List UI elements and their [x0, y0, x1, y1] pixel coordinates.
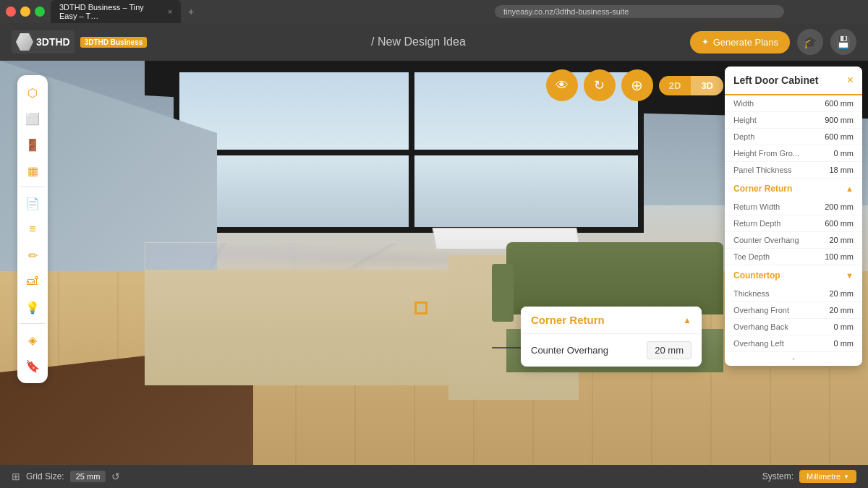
- save-icon: 💾: [836, 35, 851, 49]
- toolbar-window-btn[interactable]: ▦: [21, 159, 44, 182]
- system-value: Millimetre: [807, 472, 841, 481]
- return-width-label: Return Width: [733, 202, 780, 211]
- rotate-view-btn[interactable]: ↻: [584, 69, 616, 101]
- app-header: 3DTHD 3DTHD Business / New Design Idea G…: [0, 23, 868, 61]
- corner-popup-body: Counter Overhang 20 mm: [521, 334, 702, 367]
- sofa-back: [506, 242, 723, 314]
- layers-icon: ⬡: [27, 86, 38, 100]
- width-label: Width: [733, 99, 754, 108]
- edit-icon: ✏: [28, 249, 38, 262]
- toolbar-material-btn[interactable]: ◈: [21, 328, 44, 351]
- overhang-back-row: Overhang Back 0 mm: [725, 319, 862, 335]
- corner-popup-title: Corner Return: [531, 314, 605, 326]
- system-dropdown[interactable]: Millimetre: [799, 470, 856, 483]
- width-value: 600 mm: [825, 99, 854, 108]
- 2d-view-btn[interactable]: 2D: [659, 76, 692, 95]
- counter-overhang-panel-value: 20 mm: [829, 236, 854, 244]
- window-mullion-horizontal: [179, 150, 638, 155]
- overhang-left-row: Overhang Left 0 mm: [725, 335, 862, 352]
- panel-icon: 📄: [25, 197, 40, 210]
- grid-size-value[interactable]: 25 mm: [70, 471, 106, 482]
- countertop-section-arrow: ▼: [846, 271, 854, 280]
- bottom-bar: ⊞ Grid Size: 25 mm ↺ System: Millimetre: [0, 465, 868, 488]
- 2d-3d-toggle[interactable]: 2D 3D: [659, 76, 723, 95]
- counter-overhang-value[interactable]: 20 mm: [647, 341, 692, 359]
- close-window-btn[interactable]: [6, 7, 16, 17]
- height-label: Height: [733, 116, 757, 124]
- overhang-left-value: 0 mm: [834, 339, 854, 348]
- counter-overhang-row: Counter Overhang 20 mm: [725, 232, 862, 249]
- toolbar-light-btn[interactable]: 💡: [21, 296, 44, 319]
- overhang-front-label: Overhang Front: [733, 306, 789, 314]
- window-icon: ▦: [27, 164, 38, 178]
- height-row: Height 900 mm: [725, 112, 862, 129]
- address-bar[interactable]: tinyeasy.co.nz/3dthd-business-suite: [495, 5, 784, 18]
- corner-return-section-header[interactable]: Corner Return ▲: [725, 179, 862, 199]
- panel-close-btn[interactable]: ×: [847, 74, 854, 87]
- toolbar-door-btn[interactable]: 🚪: [21, 133, 44, 156]
- minimize-window-btn[interactable]: [20, 7, 30, 17]
- active-tab[interactable]: 3DTHD Business – Tiny Easy – T… ×: [51, 0, 181, 23]
- save-btn[interactable]: 💾: [830, 29, 856, 55]
- sofa-arm: [492, 264, 514, 322]
- maximize-window-btn[interactable]: [35, 7, 45, 17]
- room-icon: ⬜: [25, 112, 40, 126]
- grid-icon: ⊞: [12, 471, 20, 482]
- 3d-view-btn[interactable]: 3D: [691, 76, 723, 95]
- height-from-gro-row: Height From Gro... 0 mm: [725, 145, 862, 162]
- toolbar-furniture-btn[interactable]: 🛋: [21, 270, 44, 293]
- height-from-gro-label: Height From Gro...: [733, 149, 799, 158]
- bookmark-icon: 🔖: [25, 359, 40, 373]
- overhang-front-value: 20 mm: [829, 306, 854, 314]
- shelves-icon: ≡: [29, 223, 35, 236]
- window-controls: [6, 7, 45, 17]
- camera-view-btn[interactable]: 👁: [546, 69, 578, 101]
- overhang-back-label: Overhang Back: [733, 322, 788, 331]
- depth-value: 600 mm: [825, 132, 854, 141]
- countertop-section-title: Countertop: [733, 270, 780, 281]
- toe-depth-label: Toe Depth: [733, 252, 770, 261]
- overhang-back-value: 0 mm: [834, 322, 854, 331]
- toolbar-shelves-btn[interactable]: ≡: [21, 218, 44, 241]
- counter-overhang-label: Counter Overhang: [531, 345, 608, 356]
- return-depth-value: 600 mm: [825, 219, 854, 228]
- logo: 3DTHD: [12, 30, 75, 53]
- return-width-row: Return Width 200 mm: [725, 199, 862, 215]
- counter-overhang-panel-label: Counter Overhang: [733, 236, 799, 244]
- generate-plans-btn[interactable]: Generate Plans: [690, 31, 790, 53]
- panel-thickness-label: Panel Thickness: [733, 166, 792, 174]
- tab-close-icon[interactable]: ×: [168, 8, 172, 16]
- main-viewport: ⬡ ⬜ 🚪 ▦ 📄 ≡ ✏ 🛋 💡 ◈ 🔖: [0, 61, 868, 488]
- light-icon: 💡: [25, 301, 40, 314]
- panel-header: Left Door Cabinet ×: [725, 67, 862, 95]
- overhang-left-label: Overhang Left: [733, 339, 784, 348]
- tutorial-btn[interactable]: 🎓: [797, 29, 823, 55]
- countertop-section-header[interactable]: Countertop ▼: [725, 265, 862, 286]
- left-toolbar: ⬡ ⬜ 🚪 ▦ 📄 ≡ ✏ 🛋 💡 ◈ 🔖: [17, 75, 48, 383]
- panel-thickness-value: 18 mm: [829, 166, 854, 174]
- corner-return-popup: Corner Return ▲ Counter Overhang 20 mm: [521, 307, 702, 367]
- tutorial-icon: 🎓: [803, 35, 817, 49]
- width-row: Width 600 mm: [725, 95, 862, 112]
- move-view-btn[interactable]: ⊕: [621, 69, 653, 101]
- countertop-properties: Thickness 20 mm Overhang Front 20 mm Ove…: [725, 286, 862, 352]
- camera-icon: 👁: [556, 78, 569, 93]
- depth-label: Depth: [733, 132, 754, 141]
- corner-popup-expand-icon[interactable]: ▲: [683, 315, 692, 325]
- toolbar-edit-btn[interactable]: ✏: [21, 244, 44, 267]
- new-tab-btn[interactable]: +: [184, 4, 198, 19]
- toolbar-panel-btn[interactable]: 📄: [21, 192, 44, 215]
- move-icon: ⊕: [631, 77, 643, 94]
- logo-cube-icon: [16, 33, 33, 51]
- logo-area: 3DTHD 3DTHD Business: [12, 30, 147, 53]
- toolbar-room-btn[interactable]: ⬜: [21, 107, 44, 130]
- toe-depth-row: Toe Depth 100 mm: [725, 249, 862, 265]
- toolbar-bookmark-btn[interactable]: 🔖: [21, 354, 44, 377]
- furniture-icon: 🛋: [27, 275, 38, 288]
- reset-grid-icon[interactable]: ↺: [111, 471, 120, 482]
- tab-title: 3DTHD Business – Tiny Easy – T…: [59, 3, 163, 20]
- toolbar-layers-btn[interactable]: ⬡: [21, 81, 44, 104]
- corner-indicator: [414, 301, 427, 314]
- system-label: System:: [762, 471, 793, 481]
- height-from-gro-value: 0 mm: [834, 149, 854, 158]
